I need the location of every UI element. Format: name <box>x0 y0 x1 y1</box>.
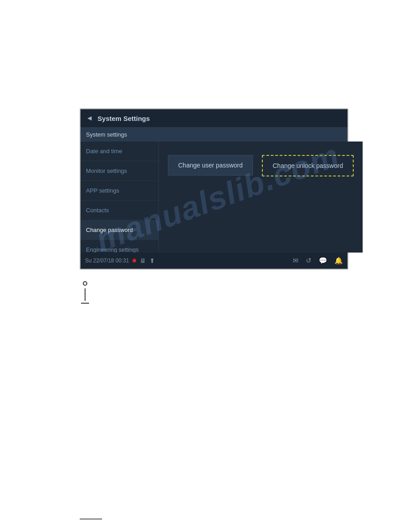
info-icon <box>80 281 90 304</box>
system-settings-label: System settings <box>86 131 127 138</box>
sidebar-item-date-and-time[interactable]: Date and time <box>81 142 158 161</box>
change-user-password-button[interactable]: Change user password <box>168 155 253 176</box>
status-datetime: Su 22/07/18 00:31 <box>85 257 129 264</box>
screen-title: System Settings <box>98 115 150 122</box>
content-panel: Change user password Change unlock passw… <box>159 142 363 253</box>
change-unlock-password-button[interactable]: Change unlock password <box>262 155 354 176</box>
main-content: Date and time Monitor settings APP setti… <box>81 142 347 253</box>
monitor-icon: 🖥 <box>140 257 146 264</box>
info-icon-container <box>80 281 90 304</box>
info-stem <box>85 288 86 301</box>
refresh-icon[interactable]: ↺ <box>306 257 312 265</box>
sidebar-item-app-settings[interactable]: APP settings <box>81 181 158 201</box>
title-bar: ◄ System Settings <box>81 109 347 127</box>
bottom-line <box>80 519 102 519</box>
status-left: Su 22/07/18 00:31 🖥 ⬆ <box>85 257 155 264</box>
upload-icon: ⬆ <box>150 257 155 264</box>
recording-dot-icon <box>133 259 136 262</box>
bell-icon[interactable]: 🔔 <box>334 257 343 265</box>
sidebar-item-monitor-settings[interactable]: Monitor settings <box>81 161 158 181</box>
back-arrow-icon[interactable]: ◄ <box>86 114 93 122</box>
system-settings-bar: System settings <box>81 127 347 142</box>
chat-icon[interactable]: 💬 <box>319 257 327 265</box>
sidebar-item-contacts[interactable]: Contacts <box>81 201 158 220</box>
screen-frame: ◄ System Settings System settings Date a… <box>80 108 348 270</box>
page-container: ◄ System Settings System settings Date a… <box>0 0 411 532</box>
status-bar: Su 22/07/18 00:31 🖥 ⬆ ✉ ↺ 💬 🔔 <box>81 253 347 269</box>
status-right: ✉ ↺ 💬 🔔 <box>293 257 343 265</box>
info-circle <box>83 281 87 286</box>
mail-icon[interactable]: ✉ <box>293 257 299 265</box>
info-base <box>81 303 89 304</box>
sidebar-item-change-password[interactable]: Change password <box>81 220 158 240</box>
sidebar: Date and time Monitor settings APP setti… <box>81 142 159 253</box>
